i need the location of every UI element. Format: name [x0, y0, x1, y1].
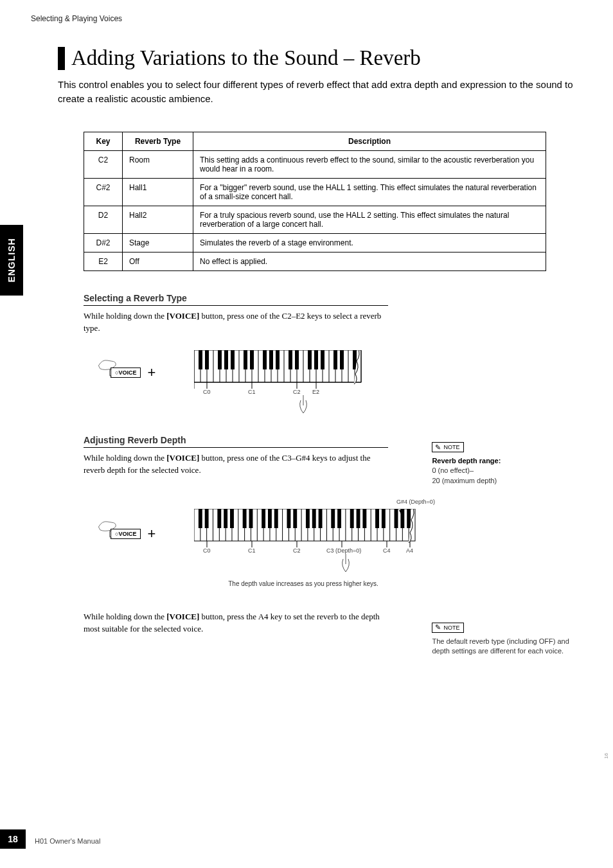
svg-rect-107	[382, 509, 386, 528]
svg-rect-39	[289, 350, 292, 369]
svg-rect-104	[357, 509, 360, 528]
subhead-reverb-depth: Adjusting Reverb Depth	[84, 435, 388, 448]
keyboard-diagram-1: C0 C1 C2 E2	[194, 350, 374, 395]
svg-rect-110	[407, 509, 411, 528]
svg-rect-35	[250, 350, 254, 369]
plus-icon: +	[147, 364, 155, 381]
voice-button-icon: ○VOICE	[111, 529, 141, 539]
svg-rect-38	[276, 350, 280, 369]
svg-rect-92	[249, 509, 253, 528]
voice-button-icon: ○VOICE	[111, 368, 141, 378]
diagram-reverb-depth: ○VOICE +	[84, 488, 388, 585]
diagram-reverb-type: ○VOICE +	[84, 346, 388, 417]
note-icon: ✎ NOTE	[432, 442, 464, 452]
language-label: ENGLISH	[6, 238, 17, 282]
svg-rect-91	[243, 509, 247, 528]
breadcrumb: Selecting & Playing Voices	[31, 14, 122, 23]
title-bar	[58, 47, 65, 70]
table-row: E2 Off No effect is applied.	[84, 252, 546, 270]
svg-rect-99	[312, 509, 316, 528]
gutter-number: 16	[603, 753, 609, 759]
language-tab: ENGLISH	[0, 225, 23, 296]
svg-rect-86	[199, 509, 202, 528]
body-reverb-depth: While holding down the [VOICE] button, p…	[84, 452, 388, 477]
svg-rect-97	[293, 509, 297, 528]
svg-rect-87	[205, 509, 209, 528]
page-number: 18	[0, 829, 26, 849]
table-row: C2 Room This setting adds a continuous r…	[84, 150, 546, 178]
svg-rect-89	[224, 509, 227, 528]
svg-rect-42	[314, 350, 318, 369]
svg-rect-31	[218, 350, 222, 369]
svg-rect-100	[319, 509, 323, 528]
svg-rect-98	[306, 509, 310, 528]
svg-rect-96	[287, 509, 290, 528]
svg-rect-40	[295, 350, 299, 369]
svg-rect-106	[375, 509, 379, 528]
svg-rect-103	[350, 509, 354, 528]
svg-rect-34	[244, 350, 247, 369]
svg-rect-30	[205, 350, 209, 369]
th-type: Reverb Type	[123, 132, 193, 150]
page-title: Adding Variations to the Sound – Reverb	[71, 46, 421, 70]
svg-rect-90	[230, 509, 234, 528]
keyboard-diagram-2: C0 C1 C2 C3 (Depth=0) C4 A4 G#4 (Depth=0…	[194, 509, 425, 554]
svg-rect-29	[199, 350, 202, 369]
th-desc: Description	[193, 132, 546, 150]
plus-icon: +	[147, 526, 155, 542]
svg-rect-102	[337, 509, 341, 528]
reverb-table: Key Reverb Type Description C2 Room This…	[84, 132, 546, 271]
svg-rect-36	[263, 350, 267, 369]
svg-rect-41	[308, 350, 312, 369]
svg-rect-88	[217, 509, 221, 528]
svg-rect-95	[274, 509, 278, 528]
note-icon: ✎ NOTE	[432, 623, 464, 633]
footer-manual: H01 Owner's Manual	[35, 837, 100, 845]
svg-rect-45	[340, 350, 344, 369]
intro-text: This control enables you to select four …	[58, 78, 585, 106]
press-hand-icon	[338, 553, 357, 578]
subhead-reverb-type: Selecting a Reverb Type	[84, 293, 388, 306]
svg-rect-108	[395, 509, 398, 528]
svg-rect-105	[362, 509, 366, 528]
table-row: D#2 Stage Simulates the reverb of a stag…	[84, 233, 546, 252]
table-row: C#2 Hall1 For a "bigger" reverb sound, u…	[84, 178, 546, 206]
depth-caption: The depth value increases as you press h…	[194, 580, 413, 587]
body-a4-note: While holding down the [VOICE] button, p…	[84, 610, 388, 635]
svg-rect-44	[333, 350, 337, 369]
note-block-default: ✎ NOTE The default reverb type (includin…	[432, 621, 585, 656]
pencil-icon: ✎	[435, 443, 441, 452]
pencil-icon: ✎	[435, 623, 441, 632]
body-reverb-type: While holding down the [VOICE] button, p…	[84, 310, 388, 335]
svg-rect-37	[269, 350, 273, 369]
press-hand-icon	[296, 394, 315, 420]
svg-rect-101	[331, 509, 335, 528]
svg-rect-43	[321, 350, 324, 369]
th-key: Key	[84, 132, 123, 150]
svg-rect-32	[224, 350, 228, 369]
svg-rect-94	[268, 509, 272, 528]
table-row: D2 Hall2 For a truly spacious reverb sou…	[84, 206, 546, 233]
note-block-depth: ✎ NOTE Reverb depth range: 0 (no effect)…	[432, 441, 585, 486]
svg-rect-93	[262, 509, 265, 528]
svg-rect-33	[231, 350, 235, 369]
